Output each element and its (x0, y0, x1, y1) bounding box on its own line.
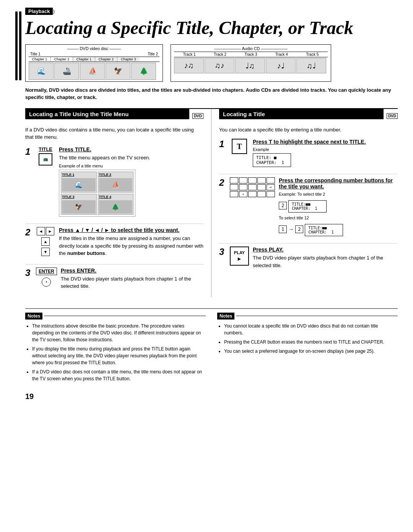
left-step-2: 2 ◄ ► ▲ ▼ Press ▲ / ▼ / ◄ / ► to select … (25, 227, 203, 257)
title-cell-4: TITLE 4 🌲 (98, 194, 134, 215)
left-step-2-content: Press ▲ / ▼ / ◄ / ► to select the title … (59, 227, 203, 257)
notes-left: Notes The instructions above describe th… (25, 313, 206, 384)
right-step-1-title: Press T to highlight the space next to T… (253, 139, 398, 145)
play-button[interactable]: PLAY ► (230, 247, 249, 266)
title-menu-example: TITLE 1 🌊 TITLE 2 ⛵ TITLE 3 🦅 (59, 170, 135, 217)
num-extra-2[interactable] (257, 191, 266, 197)
dvd-badge-left: DVD (192, 113, 203, 119)
num-clear[interactable]: × (239, 191, 247, 197)
nav-icons-2: ▲ (41, 237, 50, 246)
num-5[interactable] (267, 177, 275, 183)
title-2-label: TITLE 2 (99, 173, 112, 177)
dvd-img-5: 🌲 (131, 63, 156, 80)
example-2-seq: 2 TITLE:■■CHAPTER: 1 (279, 199, 398, 212)
left-section-header: Locating a Title Using the Title Menu (25, 109, 189, 119)
play-icon-small[interactable]: ► (46, 227, 54, 235)
notes-right-item-1: You cannot locate a specific title on DV… (224, 323, 398, 336)
chapter-2b: Chapter 2 (95, 57, 117, 62)
chapter-1a: Chapter 1 (29, 57, 51, 62)
audio-img-3: ♩♫ (235, 58, 265, 73)
num-0[interactable] (230, 191, 238, 197)
num-extra-1[interactable] (248, 191, 257, 197)
left-intro: If a DVD video disc contains a title men… (25, 126, 203, 141)
title-3-img: 🦅 (62, 200, 96, 214)
left-step-1-number: 1 (25, 146, 32, 157)
right-step-3-content: Press PLAY. The DVD video player starts … (253, 247, 398, 269)
left-step-1-icon: TITLE 📺 (36, 146, 55, 165)
num-1[interactable] (230, 177, 238, 183)
left-step-2-number: 2 (25, 227, 32, 238)
title-button[interactable]: 📺 (39, 153, 52, 165)
left-step-3-number: 3 (25, 268, 32, 278)
title-display-12: TITLE:■■CHAPTER: 1 (305, 224, 343, 236)
back-icon[interactable]: ◄ (37, 227, 45, 235)
vertical-bars (15, 8, 21, 401)
title-2-img: ⛵ (99, 178, 133, 191)
num-9[interactable] (257, 184, 266, 190)
main-sections: Locating a Title Using the Title Menu DV… (25, 108, 398, 297)
dvd-img-2: 🚢 (54, 63, 79, 80)
right-step-3-desc: The DVD video player starts playback fro… (253, 254, 398, 269)
audio-img-2: ♫♪ (205, 58, 234, 73)
num-8[interactable] (248, 184, 257, 190)
track-2-label: Track 2 (209, 52, 232, 57)
title-menu-grid: TITLE 1 🌊 TITLE 2 ⛵ TITLE 3 🦅 (61, 172, 133, 215)
left-step-3-content: Press ENTER. The DVD video player starts… (61, 268, 203, 290)
num-6[interactable] (230, 184, 238, 190)
notes-left-header: Notes (25, 313, 206, 320)
num-2[interactable] (239, 177, 247, 183)
left-step-2-icon: ◄ ► ▲ ▼ (36, 227, 55, 256)
notes-right-header: Notes (217, 313, 398, 320)
audio-img-1: ♪♫ (174, 58, 204, 73)
up-icon[interactable]: ▲ (41, 237, 50, 246)
num-enter[interactable]: ↵ (267, 184, 275, 190)
num-4[interactable] (257, 177, 266, 183)
playback-label: Playback (25, 8, 53, 15)
chapter-1b: Chapter 1 (73, 57, 95, 62)
num-extra-3[interactable] (267, 191, 275, 197)
right-step-1: 1 T Press T to highlight the space next … (219, 139, 398, 167)
notes-left-badge: Notes (25, 313, 42, 320)
dvd-img-3: ⛵ (80, 63, 105, 80)
right-step-3-title: Press PLAY. (253, 247, 398, 253)
num-3[interactable] (248, 177, 257, 183)
enter-circle[interactable]: • (42, 277, 51, 287)
left-step-3: 3 ENTER • Press ENTER. The DVD video pla… (25, 268, 203, 290)
title-1-img: 🌊 (62, 178, 96, 191)
right-step-3: 3 PLAY ► Press PLAY. The DVD video playe… (219, 247, 398, 269)
title-cell-3: TITLE 3 🦅 (61, 194, 97, 215)
notes-right: Notes You cannot locate a specific title… (217, 313, 398, 384)
t-button[interactable]: T (232, 139, 247, 154)
right-step-1-content: Press T to highlight the space next to T… (253, 139, 398, 167)
step-divider-2 (25, 264, 203, 264)
description-text: Normally, DVD video discs are divided in… (25, 86, 398, 101)
down-icon[interactable]: ▼ (41, 248, 50, 256)
right-step-2-icon: ↵ × (230, 177, 275, 197)
audio-diagram: ——————— Audio CD ——————— Track 1 Track 2… (171, 44, 331, 82)
notes-right-line (236, 316, 398, 316)
notes-left-item-3: If a DVD video disc does not contain a t… (32, 368, 206, 382)
right-step-1-number: 1 (219, 139, 226, 149)
dvd-title2: Title 2 (148, 52, 158, 56)
right-section: Locating a Title DVD You can locate a sp… (211, 109, 398, 297)
notes-right-badge: Notes (217, 313, 234, 320)
play-triangle: ► (237, 256, 242, 262)
title-4-label: TITLE 4 (99, 195, 112, 199)
track-3-label: Track 3 (239, 52, 262, 57)
num-7[interactable] (239, 184, 247, 190)
right-step-2-content: Press the corresponding number buttons f… (279, 177, 398, 236)
example-12-seq: 1 → 2 TITLE:■■CHAPTER: 1 (279, 222, 398, 236)
chapter-2a: Chapter 2 (51, 57, 73, 62)
notes-left-item-1: The instructions above describe the basi… (32, 323, 206, 343)
audio-img-4: ♪♩ (266, 58, 296, 73)
title-cell-2: TITLE 2 ⛵ (98, 172, 134, 193)
right-step-3-icon: PLAY ► (230, 247, 249, 266)
title-3-label: TITLE 3 (62, 195, 75, 199)
seq-box-1: 1 (279, 225, 287, 233)
arrow-icon: → (288, 226, 294, 232)
title-cell-1: TITLE 1 🌊 (61, 172, 97, 193)
audio-label: ——————— Audio CD ——————— (174, 46, 328, 51)
dvd-label: ——— DVD video disc ——— (29, 46, 159, 51)
notes-left-item-2: If you display the title menu during pla… (32, 345, 206, 366)
left-step-2-desc: If the titles in the title menu are assi… (59, 235, 203, 257)
